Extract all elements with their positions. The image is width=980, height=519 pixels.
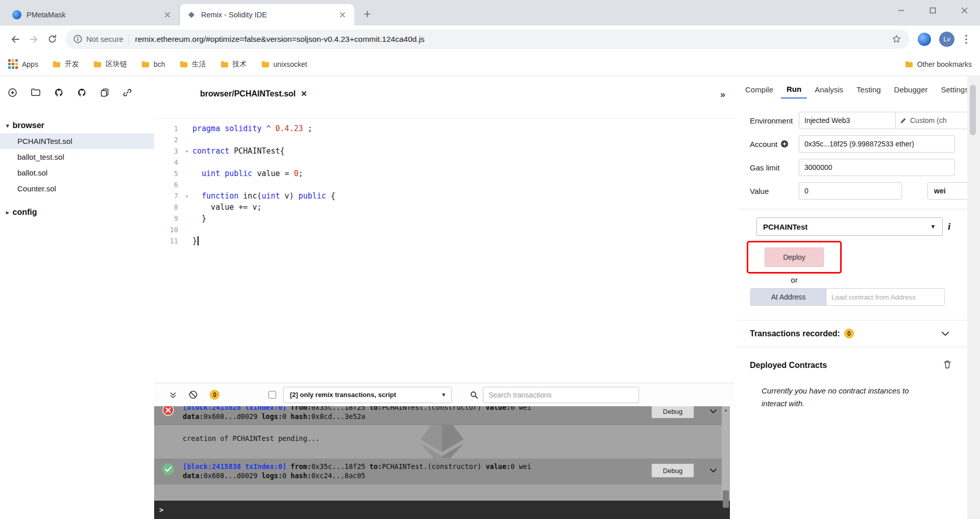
close-tab-icon[interactable] <box>338 10 347 19</box>
prompt-caret: > <box>159 506 163 514</box>
url-text: remix.ethereum.org/#optimize=false&versi… <box>135 35 887 44</box>
environment-custom[interactable]: Custom (ch <box>896 112 967 129</box>
debug-button[interactable]: Debug <box>651 406 694 418</box>
new-tab-button[interactable] <box>359 6 375 21</box>
bookmark-item[interactable]: unixsocket <box>261 60 307 68</box>
close-editor-tab-icon[interactable]: ✕ <box>301 89 307 98</box>
maximize-button[interactable] <box>917 0 948 20</box>
fold-icon[interactable]: ▾ <box>181 193 192 199</box>
contract-select[interactable]: PCHAINTest ▼ <box>756 217 943 236</box>
editor-tab-pchaintest[interactable]: browser/PCHAINTest.sol ✕ <box>200 89 307 98</box>
fold-icon[interactable]: ▾ <box>181 149 192 154</box>
environment-select[interactable]: Injected Web3 <box>799 112 896 129</box>
editor-tabbar: browser/PCHAINTest.sol ✕ » <box>154 76 734 119</box>
info-icon[interactable] <box>74 35 82 43</box>
code-line: 9 } <box>154 213 734 224</box>
gas-limit-row: Gas limit <box>750 159 967 176</box>
bookmark-item[interactable]: 技术 <box>220 60 247 69</box>
account-value: 0x35c...18f25 (9.998872533 ether) <box>804 140 914 148</box>
add-account-icon[interactable] <box>780 140 789 148</box>
extension-icon[interactable] <box>918 33 931 46</box>
tab-remix[interactable]: Remix - Solidity IDE <box>180 4 354 26</box>
bookmark-item[interactable]: bch <box>141 60 165 68</box>
new-file-icon[interactable] <box>8 88 17 107</box>
file-item[interactable]: ballot.sol <box>0 165 154 181</box>
empty-message-line: interact with. <box>762 399 804 408</box>
contract-info-icon[interactable]: i <box>948 221 950 232</box>
line-number: 4 <box>154 158 181 166</box>
bookmark-item[interactable]: 生活 <box>180 60 206 69</box>
search-transactions-input[interactable] <box>483 387 639 403</box>
profile-avatar[interactable]: Lv <box>939 32 954 47</box>
browser-menu-icon[interactable] <box>959 35 974 44</box>
address-bar[interactable]: Not secure remix.ethereum.org/#optimize=… <box>65 30 910 49</box>
line-number: 1 <box>154 125 181 133</box>
panel-tab-run[interactable]: Run <box>781 81 807 98</box>
scroll-up-icon[interactable]: ▲ <box>722 406 730 413</box>
panel-tab-settings[interactable]: Settings <box>935 81 967 98</box>
panel-tab-debugger[interactable]: Debugger <box>889 81 934 98</box>
folder-icon <box>53 61 61 68</box>
panel-tab-testing[interactable]: Testing <box>851 81 887 98</box>
value-unit-select[interactable]: wei <box>927 182 967 200</box>
file-item[interactable]: Counter.sol <box>0 181 154 196</box>
chevron-down-icon[interactable] <box>942 329 949 338</box>
window-scrollbar[interactable] <box>967 76 980 519</box>
file-item[interactable]: ballot_test.sol <box>0 149 154 165</box>
gas-limit-input[interactable] <box>799 159 955 176</box>
scrollbar-thumb[interactable] <box>723 490 729 508</box>
terminal-log-line: data:0x608...d0029 logs:0 hash:0x8cd...3… <box>183 412 638 421</box>
folder-config[interactable]: ▸ config <box>0 208 154 217</box>
github-icon[interactable] <box>55 88 63 107</box>
other-bookmarks[interactable]: Other bookmarks <box>905 60 972 68</box>
open-file-icon[interactable] <box>31 88 40 107</box>
terminal-scrollbar[interactable]: ▲ <box>722 406 730 501</box>
minimize-button[interactable] <box>885 0 917 20</box>
apps-shortcut[interactable]: Apps <box>8 59 38 69</box>
more-tabs-icon[interactable]: » <box>720 89 725 100</box>
account-select[interactable]: 0x35c...18f25 (9.998872533 ether) <box>799 135 955 153</box>
link-localhost-icon[interactable] <box>123 88 132 107</box>
deploy-button[interactable]: Deploy <box>765 248 824 267</box>
forward-button[interactable] <box>24 30 43 48</box>
folder-icon <box>141 61 150 68</box>
reload-button[interactable] <box>43 30 61 48</box>
bookmark-item[interactable]: 区块链 <box>93 60 127 69</box>
value-input[interactable] <box>799 182 902 200</box>
panel-tab-analysis[interactable]: Analysis <box>809 81 849 98</box>
at-address-input[interactable] <box>826 288 945 306</box>
at-address-button[interactable]: At Address <box>750 288 826 306</box>
folder-browser[interactable]: ▾ browser <box>0 121 154 130</box>
back-button[interactable] <box>6 30 24 48</box>
chevron-down-icon[interactable] <box>710 466 717 475</box>
expand-terminal-icon[interactable] <box>169 391 177 399</box>
transaction-filter-dropdown[interactable]: [2] only remix transactions, script ▾ <box>283 387 452 403</box>
value-row: Value wei <box>750 182 967 200</box>
chevron-down-icon[interactable] <box>710 407 717 415</box>
transactions-recorded-section[interactable]: Transactions recorded: 0 <box>738 320 967 347</box>
code-line: 7▾ function inc(uint v) public { <box>154 190 734 202</box>
panel-tab-compile[interactable]: Compile <box>740 81 779 98</box>
bookmark-item[interactable]: 开发 <box>53 60 79 69</box>
terminal-prompt[interactable]: > <box>154 501 730 519</box>
account-label: Account <box>750 140 777 149</box>
listen-network-checkbox[interactable] <box>268 391 276 399</box>
debug-button[interactable]: Debug <box>651 463 694 478</box>
bookmark-star-icon[interactable] <box>892 34 901 44</box>
file-item[interactable]: PCHAINTest.sol <box>0 133 154 149</box>
tab-title: PMetaMask <box>27 11 159 19</box>
clear-terminal-icon[interactable] <box>189 390 198 399</box>
close-tab-icon[interactable] <box>163 10 172 19</box>
terminal-tx-entry[interactable]: [block:2415838 txIndex:0] from:0x35c...1… <box>154 458 730 484</box>
close-window-button[interactable] <box>948 0 980 20</box>
code-lines[interactable]: 1pragma solidity ^ 0.4.23 ;23▾contract P… <box>154 119 734 383</box>
terminal-tx-entry[interactable]: [block:2415828 txIndex:0] from:0x35c...1… <box>154 406 730 425</box>
tab-pmetamask[interactable]: PMetaMask <box>5 4 180 26</box>
pencil-icon <box>900 117 906 124</box>
scrollbar-thumb[interactable] <box>970 85 976 135</box>
trash-icon[interactable] <box>944 360 951 370</box>
code-text: uint public value = 0; <box>192 169 303 178</box>
gist-icon[interactable] <box>78 88 86 107</box>
copy-files-icon[interactable] <box>101 88 109 107</box>
environment-value: Injected Web3 <box>804 116 850 125</box>
